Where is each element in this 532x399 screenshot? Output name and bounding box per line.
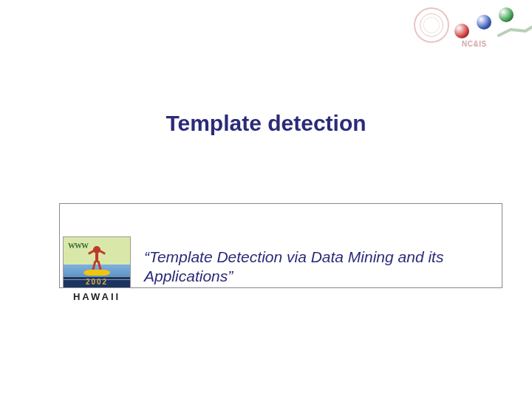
seal-icon	[414, 7, 449, 43]
conference-image: WWW 2002	[63, 236, 131, 288]
conference-acronym: WWW	[68, 242, 88, 250]
conference-location: HAWAII	[63, 291, 131, 302]
corner-logo: NC&IS	[414, 7, 525, 52]
badge-underline	[63, 279, 131, 280]
paper-title: “Template Detection via Data Mining and …	[144, 248, 462, 287]
conference-badge: WWW 2002 HAWAII	[63, 236, 131, 302]
slide-title: Template detection	[0, 111, 532, 136]
molecule-icon	[454, 7, 521, 41]
logo-text: NC&IS	[462, 40, 487, 48]
